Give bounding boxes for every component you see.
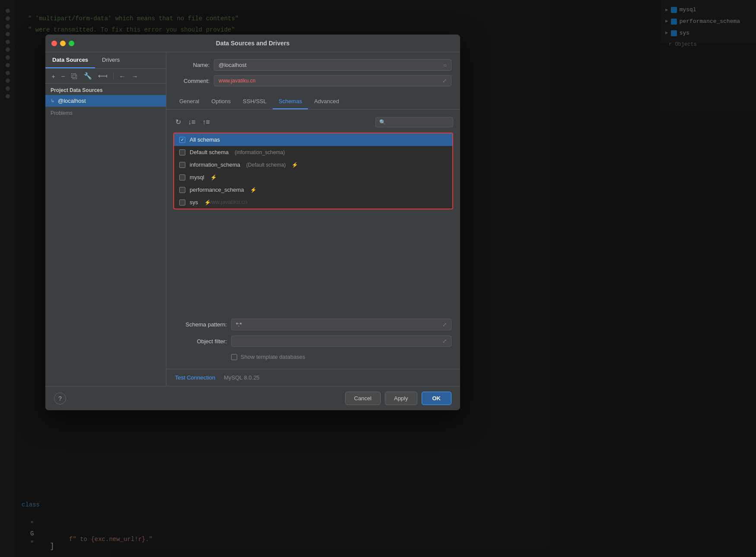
sys-schema-name: sys [190, 199, 198, 206]
fields-section: Name: @localhost ○ Comment: www.javatiku… [166, 52, 460, 94]
object-filter-input[interactable]: ⤢ [231, 335, 451, 347]
left-tabs: Data Sources Drivers [45, 52, 166, 69]
connection-version: MySQL 8.0.25 [224, 374, 260, 381]
watermark: www.javatiku.cn [207, 199, 247, 205]
ds-arrow-icon: ↳ [51, 98, 54, 104]
cancel-button[interactable]: Cancel [345, 392, 381, 405]
settings-button[interactable]: 🔧 [82, 71, 94, 81]
import-button[interactable]: ⟻ [96, 71, 109, 81]
mysql-schema-name: mysql [190, 174, 204, 180]
data-sources-dialog: Data Sources and Drivers Data Sources Dr… [45, 35, 460, 410]
dialog-titlebar: Data Sources and Drivers [45, 35, 460, 52]
schema-item-information[interactable]: information_schema (Default schema) ⚡ [174, 158, 452, 171]
add-button[interactable]: + [50, 72, 57, 81]
schema-expand-button[interactable]: ↑≡ [200, 117, 212, 127]
comment-expand-icon[interactable]: ⤢ [442, 78, 447, 84]
schema-pattern-row: Schema pattern: *:* ⤢ [175, 319, 451, 330]
tab-options[interactable]: Options [205, 94, 237, 109]
default-schema-sub: (information_schema) [235, 149, 285, 155]
comment-input[interactable]: www.javatiku.cn ⤢ [214, 75, 451, 86]
window-controls [51, 41, 74, 46]
apply-button[interactable]: Apply [385, 392, 417, 405]
schema-toolbar: ↻ ↓≡ ↑≡ [173, 114, 453, 130]
left-panel: Data Sources Drivers + − ⿻ 🔧 ⟻ ← → Proje… [45, 52, 166, 386]
minimize-button[interactable] [60, 41, 66, 46]
schema-pattern-label: Schema pattern: [175, 321, 227, 328]
performance-schema-checkbox[interactable] [179, 187, 185, 193]
performance-schema-name: performance_schema [190, 187, 244, 193]
information-schema-lightning: ⚡ [292, 162, 298, 168]
tabs-row: General Options SSH/SSL Schemas Advanced [166, 94, 460, 110]
schema-dropdown: ✓ All schemas Default schema (informatio… [173, 133, 453, 209]
schema-item-all[interactable]: ✓ All schemas [174, 133, 452, 146]
name-label: Name: [175, 62, 210, 68]
left-toolbar: + − ⿻ 🔧 ⟻ ← → [45, 69, 166, 84]
test-connection-link[interactable]: Test Connection [175, 374, 215, 381]
remove-button[interactable]: − [60, 72, 67, 81]
mysql-checkbox[interactable] [179, 174, 185, 180]
information-schema-name: information_schema [190, 161, 240, 168]
show-template-checkbox[interactable] [231, 354, 237, 360]
schema-item-performance[interactable]: performance_schema ⚡ [174, 184, 452, 196]
object-filter-row: Object filter: ⤢ [175, 335, 451, 347]
information-schema-sub: (Default schema) [246, 162, 286, 168]
tab-schemas[interactable]: Schemas [273, 94, 308, 109]
ok-button[interactable]: OK [422, 392, 452, 405]
default-schema-checkbox[interactable] [179, 149, 185, 155]
name-expand-icon[interactable]: ○ [444, 62, 447, 68]
test-connection-row: Test Connection MySQL 8.0.25 [166, 369, 460, 386]
help-button[interactable]: ? [54, 392, 66, 405]
schema-refresh-button[interactable]: ↻ [173, 117, 183, 127]
sys-checkbox[interactable] [179, 199, 185, 206]
tab-general[interactable]: General [173, 94, 205, 109]
dialog-footer: ? Cancel Apply OK [45, 386, 460, 410]
schema-content: ↻ ↓≡ ↑≡ ✓ All schemas [166, 110, 460, 312]
object-filter-label: Object filter: [175, 338, 227, 345]
default-schema-name: Default schema [190, 149, 229, 155]
comment-field-row: Comment: www.javatiku.cn ⤢ [175, 75, 451, 86]
toolbar-separator [113, 73, 114, 79]
tab-ssh-ssl[interactable]: SSH/SSL [237, 94, 273, 109]
show-template-row: Show template databases [231, 352, 451, 362]
all-schemas-label: All schemas [190, 136, 220, 143]
tab-advanced[interactable]: Advanced [308, 94, 345, 109]
schema-item-mysql[interactable]: mysql ⚡ [174, 171, 452, 184]
all-schemas-checkbox[interactable]: ✓ [179, 137, 185, 143]
bottom-fields: Schema pattern: *:* ⤢ Object filter: ⤢ S [166, 312, 460, 369]
schema-pattern-input[interactable]: *:* ⤢ [231, 319, 451, 330]
dialog-title: Data Sources and Drivers [216, 40, 289, 47]
performance-lightning: ⚡ [250, 187, 257, 193]
tab-drivers[interactable]: Drivers [95, 52, 127, 68]
schema-item-default[interactable]: Default schema (information_schema) [174, 146, 452, 158]
tab-data-sources[interactable]: Data Sources [45, 52, 95, 68]
maximize-button[interactable] [69, 41, 74, 46]
comment-label: Comment: [175, 78, 210, 84]
project-data-sources-label: Project Data Sources [45, 84, 166, 95]
schema-pattern-expand[interactable]: ⤢ [442, 322, 447, 328]
object-filter-expand[interactable]: ⤢ [442, 338, 447, 344]
datasource-item-localhost[interactable]: ↳ @localhost [45, 95, 166, 107]
datasource-item-label: @localhost [58, 98, 86, 104]
show-template-label: Show template databases [241, 354, 305, 360]
copy-button[interactable]: ⿻ [70, 72, 79, 81]
problems-label: Problems [45, 107, 166, 120]
forward-button[interactable]: → [130, 72, 140, 81]
schema-search-input[interactable] [375, 117, 453, 127]
dialog-body: Data Sources Drivers + − ⿻ 🔧 ⟻ ← → Proje… [45, 52, 460, 386]
information-schema-checkbox[interactable] [179, 162, 185, 168]
right-panel: Name: @localhost ○ Comment: www.javatiku… [166, 52, 460, 386]
name-field-row: Name: @localhost ○ [175, 59, 451, 71]
schema-collapse-button[interactable]: ↓≡ [186, 117, 197, 127]
close-button[interactable] [51, 41, 57, 46]
back-button[interactable]: ← [118, 72, 127, 81]
mysql-lightning: ⚡ [210, 174, 217, 180]
name-input[interactable]: @localhost ○ [214, 59, 451, 71]
